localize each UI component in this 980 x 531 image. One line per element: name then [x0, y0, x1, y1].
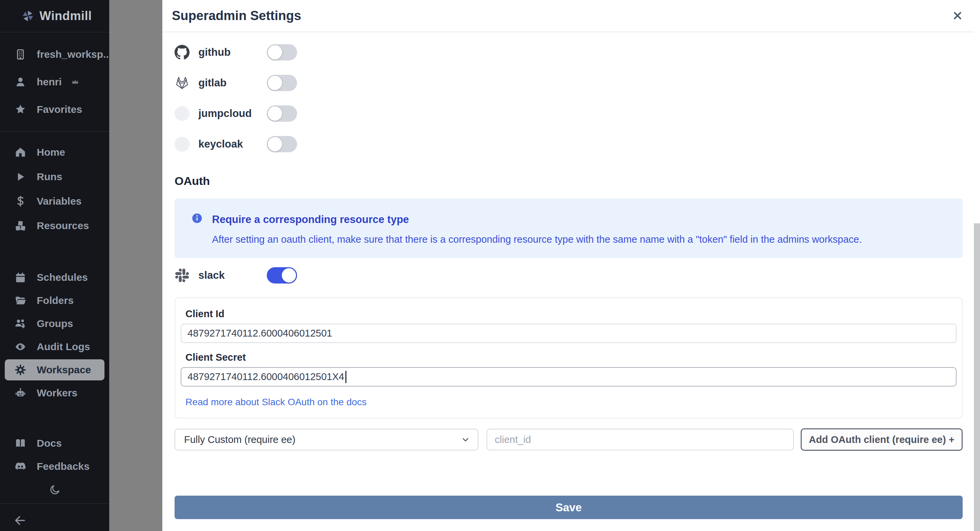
provider-label: slack: [198, 269, 267, 282]
provider-label: jumpcloud: [198, 108, 267, 120]
logo-text: Windmill: [40, 9, 92, 23]
jumpcloud-icon: [175, 106, 189, 121]
toggle-knob: [268, 45, 282, 60]
client-id-input[interactable]: 4879271740112.6000406012501: [181, 323, 956, 343]
play-icon: [14, 170, 27, 184]
building-icon: [14, 48, 27, 61]
sidebar-item-workers[interactable]: Workers: [5, 382, 105, 404]
eye-icon: [14, 340, 27, 353]
sidebar-bottom-nav: Docs Feedbacks: [0, 433, 109, 479]
nav-label: Audit Logs: [37, 341, 90, 352]
nav-label: Resources: [37, 220, 89, 231]
client-secret-label: Client Secret: [185, 352, 956, 363]
sidebar-item-groups[interactable]: Groups: [5, 313, 105, 334]
sidebar-divider: [0, 131, 109, 132]
sidebar-item-favorites[interactable]: Favorites: [5, 99, 105, 120]
scrollbar[interactable]: [974, 0, 980, 531]
slack-icon: [175, 268, 189, 283]
provider-row-gitlab: gitlab: [175, 74, 963, 92]
nav-label: Folders: [37, 295, 73, 306]
jumpcloud-toggle[interactable]: [267, 105, 297, 122]
toggle-knob: [268, 106, 282, 121]
slack-docs-link[interactable]: Read more about Slack OAuth on the docs: [185, 397, 366, 407]
add-oauth-client-button[interactable]: Add OAuth client (require ee) +: [801, 428, 963, 451]
sidebar-item-variables[interactable]: Variables: [5, 191, 105, 212]
nav-label: Variables: [37, 195, 82, 207]
provider-row-keycloak: keycloak: [175, 136, 963, 153]
toggle-knob: [282, 268, 296, 282]
workspace-name: fresh_worksp...: [37, 49, 111, 60]
sidebar-item-feedbacks[interactable]: Feedbacks: [5, 456, 105, 477]
custom-oauth-row: Fully Custom (require ee) client_id Add …: [175, 429, 963, 450]
nav-label: Docs: [37, 437, 62, 449]
toggle-knob: [268, 76, 282, 90]
sidebar-item-schedules[interactable]: Schedules: [5, 267, 105, 288]
sidebar-item-workspace[interactable]: Workspace: [5, 359, 105, 380]
gitlab-toggle[interactable]: [267, 75, 297, 91]
client-id-label: Client Id: [185, 308, 956, 320]
sidebar-top-section: fresh_worksp... henri Favorites: [0, 44, 109, 127]
save-button[interactable]: Save: [175, 496, 963, 519]
provider-row-github: github: [175, 44, 963, 61]
text-caret: [345, 371, 347, 383]
nav-label: Runs: [37, 171, 62, 182]
crown-icon: [71, 78, 79, 86]
sidebar-item-audit-logs[interactable]: Audit Logs: [5, 336, 105, 357]
info-body: After setting an oauth client, make sure…: [212, 234, 862, 245]
oauth-client-select[interactable]: Fully Custom (require ee): [175, 429, 479, 450]
username: henri: [37, 76, 62, 88]
sidebar-item-resources[interactable]: Resources: [5, 215, 105, 236]
sidebar-item-user[interactable]: henri: [5, 71, 105, 92]
sidebar-main-nav: Home Runs Variables R: [0, 142, 109, 240]
page-title: Superadmin Settings: [172, 8, 301, 23]
gitlab-icon: [175, 76, 189, 90]
scrollbar-thumb[interactable]: [974, 223, 980, 531]
theme-toggle[interactable]: [0, 481, 109, 499]
superadmin-settings-modal: Superadmin Settings github: [162, 0, 980, 531]
nav-label: Feedbacks: [37, 461, 89, 472]
sidebar-item-home[interactable]: Home: [5, 142, 105, 163]
gear-icon: [14, 363, 27, 377]
collapse-sidebar-button[interactable]: [0, 510, 109, 531]
client-id-new-input[interactable]: client_id: [487, 429, 794, 450]
windmill-pinwheel-icon: [21, 9, 35, 23]
sidebar-item-folders[interactable]: Folders: [5, 290, 105, 311]
book-open-icon: [14, 436, 27, 450]
placeholder-text: client_id: [495, 434, 531, 445]
boxes-icon: [14, 219, 27, 233]
close-button[interactable]: [950, 8, 965, 23]
sidebar: Windmill fresh_worksp... henri: [0, 0, 109, 531]
info-title: Require a corresponding resource type: [212, 214, 862, 226]
calendar-icon: [14, 271, 27, 284]
slack-toggle[interactable]: [267, 267, 297, 284]
sidebar-admin-nav: Schedules Folders Groups: [0, 267, 109, 406]
chevron-down-icon: [461, 435, 470, 444]
nav-label: Workspace: [37, 364, 91, 376]
users-gear-icon: [14, 317, 27, 330]
oauth-heading: OAuth: [175, 174, 963, 188]
star-icon: [14, 103, 27, 116]
client-secret-value: 4879271740112.6000406012501X4: [188, 371, 344, 382]
select-value: Fully Custom (require ee): [184, 434, 295, 445]
robot-icon: [14, 386, 27, 400]
nav-label: Home: [37, 146, 65, 158]
nav-label: Schedules: [37, 272, 88, 283]
client-id-value: 4879271740112.6000406012501: [188, 328, 332, 339]
windmill-logo[interactable]: Windmill: [0, 0, 109, 32]
slack-oauth-panel: Client Id 4879271740112.6000406012501 Cl…: [175, 298, 963, 418]
keycloak-toggle[interactable]: [267, 136, 297, 152]
user-icon: [14, 75, 27, 89]
provider-row-slack: slack: [175, 267, 963, 284]
provider-label: github: [198, 46, 267, 59]
info-icon: [192, 213, 202, 245]
dollar-icon: [14, 195, 27, 208]
nav-label: Groups: [37, 318, 73, 330]
sidebar-item-runs[interactable]: Runs: [5, 166, 105, 187]
sidebar-item-docs[interactable]: Docs: [5, 433, 105, 454]
nav-label: Workers: [37, 387, 78, 399]
moon-icon: [49, 484, 60, 496]
modal-backdrop[interactable]: [109, 0, 162, 531]
sidebar-item-workspace-switcher[interactable]: fresh_worksp...: [5, 44, 105, 65]
github-toggle[interactable]: [267, 44, 297, 60]
client-secret-input[interactable]: 4879271740112.6000406012501X4: [181, 367, 956, 387]
